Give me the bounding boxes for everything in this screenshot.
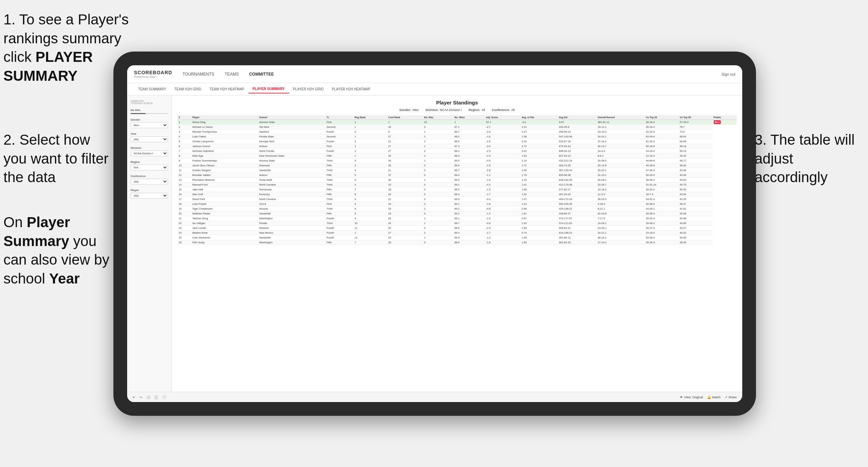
filter-conference: Conference: All: [492, 108, 515, 112]
redo-button[interactable]: ↪: [140, 396, 142, 399]
table-filters: Gender: Men Division: NCAA Division I Re…: [177, 108, 737, 112]
table-row: 8Mats EgeEast Tennessee StateFifth124268…: [177, 154, 737, 158]
no-rds-section: No Rds.: [131, 109, 168, 114]
table-row: 19Tiger ChristensenArizonaThird523269.2-…: [177, 207, 737, 211]
col-avg-sg: Avg SG: [558, 115, 597, 120]
nav-committee[interactable]: COMMITTEE: [249, 70, 274, 78]
table-row: 13Phichaksn MaichonTexas A&MThird630169.…: [177, 178, 737, 182]
app-header: SCOREBOARD Powered by clippi TOURNAMENTS…: [127, 65, 742, 83]
rankings-table: # Player School Yr Reg Rank Conf Rank No…: [177, 115, 737, 245]
region-section: Region N/A: [131, 160, 168, 170]
col-overall-record: Overall Record: [596, 115, 644, 120]
watch-icon: 🔔: [707, 396, 711, 399]
col-reg-rank: Reg Rank: [353, 115, 387, 120]
tablet-screen: SCOREBOARD Powered by clippi TOURNAMENTS…: [127, 65, 742, 402]
division-section: Division NCAA Division I: [131, 146, 168, 156]
no-rds-slider[interactable]: [131, 113, 168, 114]
watch-button[interactable]: 🔔 Watch: [707, 396, 721, 399]
logo-area: SCOREBOARD Powered by clippi: [134, 70, 172, 78]
table-row: 1Wenyi DingArizona StateFirst1115167.1-3…: [177, 120, 737, 125]
table-header-row: # Player School Yr Reg Rank Conf Rank No…: [177, 115, 737, 120]
table-row: 25Cole SherwoodVanderbiltFourth1223169.3…: [177, 235, 737, 240]
view-original-button[interactable]: 👁 View: Original: [680, 396, 703, 399]
table-row: 20Matthew RiedelVanderbiltFifth523069.2-…: [177, 211, 737, 216]
division-select[interactable]: NCAA Division I: [131, 151, 168, 156]
table-row: 2Michael Le SassoOle MissSecond118067.1-…: [177, 125, 737, 130]
table-row: 5Christo LamprechtGeorgia TechFourth2212…: [177, 139, 737, 144]
gender-select[interactable]: Men: [131, 122, 168, 128]
col-rank: #: [177, 115, 191, 120]
table-row: 14Maxwell FordNorth CarolinaThird323069.…: [177, 182, 737, 187]
copy-button[interactable]: ⬜: [146, 396, 150, 399]
year-select[interactable]: (All): [131, 136, 168, 142]
table-row: 16Alex GoffKentuckyFifth819068.3-1.71.92…: [177, 192, 737, 197]
region-select[interactable]: N/A: [131, 165, 168, 170]
table-row: 9Preston SummerhaysArizona StateThird324…: [177, 158, 737, 163]
col-avg-to-par: Avg. to Par: [520, 115, 558, 120]
header-right: Sign out: [722, 72, 735, 76]
subnav-team-h2h-grid[interactable]: TEAM H2H GRID: [170, 85, 205, 93]
table-row: 4Luke ClatonFlorida StateSecond127268.2-…: [177, 134, 737, 139]
table-row: 12Brendan ValdesAuburnFifth537068.4-1.11…: [177, 173, 737, 178]
table-row: 7Nicholas GabrielckNorth FloridaFourth12…: [177, 149, 737, 154]
table-row: 10Jacob Skov OlesenArkansasFifth225068.4…: [177, 163, 737, 168]
filter-division: Division: NCAA Division I: [425, 108, 462, 112]
table-row: 6Jackson KoivunAuburnFirst127167.3-2.02.…: [177, 144, 737, 149]
eye-icon: 👁: [680, 396, 683, 399]
bottom-toolbar: ↩ ↪ ⬜ 📋 🕐 👁 View: Original 🔔 Watch ↗ Sha…: [127, 392, 742, 402]
conference-select[interactable]: (All): [131, 179, 168, 185]
player-section: Player (All): [131, 189, 168, 199]
nav-teams[interactable]: TEAMS: [225, 70, 239, 78]
col-player: Player: [191, 115, 258, 120]
subnav-team-summary[interactable]: TEAM SUMMARY: [134, 85, 170, 93]
table-row: 22Ian GilliganFloridaThird1024168.7-0.81…: [177, 221, 737, 226]
player-select[interactable]: (All): [131, 193, 168, 199]
sub-nav: TEAM SUMMARY TEAM H2H GRID TEAM H2H HEAT…: [127, 83, 742, 96]
main-content: Update time: 27/03/2024 16:56:26 No Rds.…: [127, 96, 742, 392]
main-nav: TOURNAMENTS TEAMS COMMITTEE: [182, 70, 722, 78]
subnav-player-summary[interactable]: PLAYER SUMMARY: [248, 85, 289, 93]
table-row: 26Petr HrubyWashingtonFifth725068.6-1.81…: [177, 240, 737, 245]
gender-section: Gender Men: [131, 118, 168, 128]
year-section: Year (All): [131, 132, 168, 142]
annotation-right: 3. The table will adjust accordingly: [755, 131, 865, 187]
table-row: 21Tashiun SongWashingtonFourth423169.1-1…: [177, 216, 737, 221]
annotation-mid-left: 2. Select how you want to filter the dat…: [3, 131, 117, 187]
logo-title: SCOREBOARD: [134, 70, 172, 75]
col-no-wins: No. Wins: [453, 115, 485, 120]
nav-tournaments[interactable]: TOURNAMENTS: [182, 70, 214, 78]
col-points: Points: [712, 115, 737, 120]
clock-button[interactable]: 🕐: [162, 396, 166, 399]
col-adj-score: Adj. Score: [485, 115, 520, 120]
sidebar: Update time: 27/03/2024 16:56:26 No Rds.…: [127, 96, 172, 392]
tablet-frame: SCOREBOARD Powered by clippi TOURNAMENTS…: [113, 52, 756, 416]
conference-section: Conference (All): [131, 175, 168, 185]
col-vs-top-25: Vs Top 25: [645, 115, 678, 120]
table-row: 3Michael ThorbjornsenStanfordFourth28168…: [177, 130, 737, 134]
table-row: 23Jack LundinMissouriFourth1124068.6-2.3…: [177, 226, 737, 231]
table-area: Player Standings Gender: Men Division: N…: [172, 96, 742, 392]
col-no-rds: No. Rds.: [423, 115, 453, 120]
sidebar-update: Update time: 27/03/2024 16:56:26: [131, 100, 168, 104]
subnav-player-h2h-heatmap[interactable]: PLAYER H2H HEATMAP: [328, 85, 375, 93]
table-title: Player Standings: [177, 100, 737, 105]
sign-out-link[interactable]: Sign out: [722, 72, 735, 76]
table-row: 18Luke PowellUCLAFirst424069.1-1.81.1350…: [177, 202, 737, 207]
table-row: 24Bastien AmatNew MexicoFourth127269.4-1…: [177, 231, 737, 235]
share-icon: ↗: [725, 396, 727, 399]
table-row: 17David FordNorth CarolinaThird421069.0-…: [177, 197, 737, 202]
table-row: 11Gordon SargentVanderbiltThird421068.7-…: [177, 168, 737, 173]
filter-region: Region: All: [469, 108, 485, 112]
col-school: School: [258, 115, 325, 120]
table-row: 15Jake HallTennesseeFifth718068.5-1.51.6…: [177, 187, 737, 192]
paste-button[interactable]: 📋: [154, 396, 158, 399]
col-conf-rank: Conf Rank: [387, 115, 423, 120]
undo-button[interactable]: ↩: [133, 396, 135, 399]
col-vs-top-50: Vs Top 50: [678, 115, 712, 120]
subnav-player-h2h-grid[interactable]: PLAYER H2H GRID: [289, 85, 328, 93]
logo-subtitle: Powered by clippi: [134, 75, 172, 78]
annotation-bottom-left: On Player Summary you can also view by s…: [3, 213, 117, 288]
filter-gender: Gender: Men: [399, 108, 419, 112]
subnav-team-h2h-heatmap[interactable]: TEAM H2H HEATMAP: [205, 85, 248, 93]
share-button[interactable]: ↗ Share: [725, 396, 737, 399]
